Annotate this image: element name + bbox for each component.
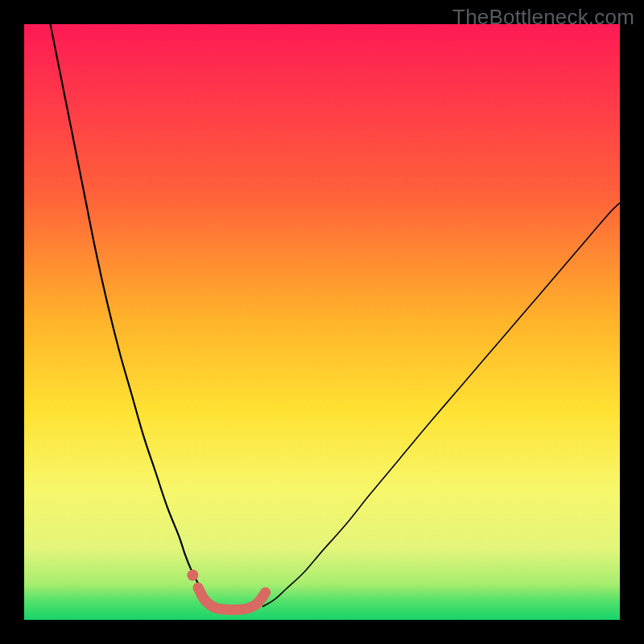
watermark-text: TheBottleneck.com — [452, 5, 634, 30]
plot-area — [24, 24, 620, 620]
chart-svg — [24, 24, 620, 620]
trough-dot-marker — [187, 570, 198, 581]
chart-frame: TheBottleneck.com — [0, 0, 644, 644]
gradient-background — [24, 24, 620, 620]
